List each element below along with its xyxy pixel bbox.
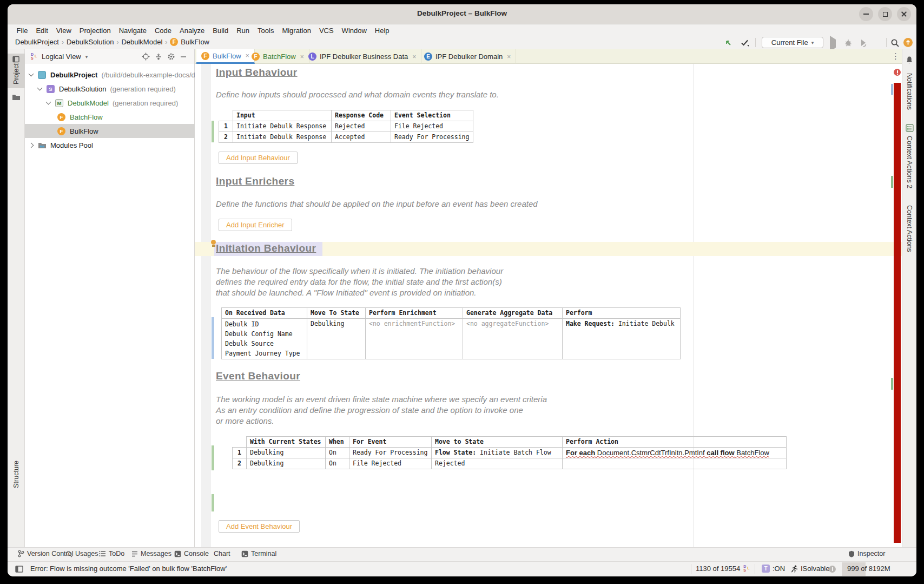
run-button[interactable]: [830, 40, 836, 48]
locate-icon[interactable]: [142, 53, 150, 61]
project-node-icon: [38, 71, 46, 79]
chevron-expanded-icon[interactable]: [29, 71, 34, 77]
tool-window-button-project[interactable]: Project: [8, 54, 25, 88]
tree-item-debulkmodel[interactable]: M DebulkModel (generation required): [25, 96, 195, 110]
search-everywhere-button[interactable]: [890, 38, 900, 48]
menu-vcs[interactable]: VCS: [315, 27, 338, 35]
menu-build[interactable]: Build: [209, 27, 233, 35]
menu-window[interactable]: Window: [338, 27, 371, 35]
minimize-button[interactable]: [859, 7, 873, 21]
tool-window-button-messages[interactable]: Messages: [131, 550, 171, 557]
menu-analyze[interactable]: Analyze: [176, 27, 209, 35]
menu-projection[interactable]: Projection: [75, 27, 115, 35]
navigation-bar: DebulkProject › DebulkSolution › DebulkM…: [8, 36, 916, 49]
column-header: Move To State: [307, 308, 366, 319]
chevron-collapsed-icon[interactable]: [29, 142, 34, 148]
section-description-line: The working model is an event driven fin…: [216, 394, 547, 405]
tab-ipf-debulker-business-data[interactable]: L IPF Debulker Business Data ×: [303, 49, 421, 64]
chevron-expanded-icon[interactable]: [37, 86, 43, 91]
error-stripe-scrollbar[interactable]: [894, 83, 901, 543]
inspector-toggle[interactable]: Inspector: [848, 550, 885, 557]
dsl-view-icon: D S L: [30, 53, 38, 61]
bell-icon[interactable]: [905, 56, 914, 64]
tree-item-debulkproject[interactable]: DebulkProject (/build/debulk-example-doc…: [25, 68, 195, 82]
column-header: Perform Action: [563, 437, 787, 448]
stripe-mark-added: [891, 378, 893, 390]
tool-window-button-context-actions[interactable]: Context Actions: [906, 205, 913, 252]
menu-navigate[interactable]: Navigate: [115, 27, 150, 35]
tool-window-button-context-actions-2[interactable]: Context Actions 2: [906, 136, 913, 188]
add-event-behaviour-button[interactable]: Add Event Behaviour: [219, 520, 300, 533]
run-configuration-select[interactable]: Current File ▾: [762, 37, 823, 48]
pause-status-icon[interactable]: [829, 566, 836, 573]
table-row: 2 Debulking On File Rejected Rejected: [233, 458, 787, 469]
inspections-profile-icon[interactable]: [740, 38, 749, 47]
hide-panel-icon[interactable]: [180, 54, 187, 60]
breadcrumb-bulkflow[interactable]: BulkFlow: [181, 38, 209, 46]
maximize-button[interactable]: [878, 7, 892, 21]
menu-help[interactable]: Help: [371, 27, 393, 35]
menu-run[interactable]: Run: [233, 27, 254, 35]
section-title-input-behaviour: Input Behaviour: [216, 67, 298, 78]
menu-migration[interactable]: Migration: [278, 27, 315, 35]
view-selector[interactable]: Logical View: [42, 53, 81, 61]
close-tab-icon[interactable]: ×: [507, 53, 511, 61]
error-count-badge[interactable]: [894, 69, 901, 76]
tree-item-debulksolution[interactable]: S DebulkSolution (generation required): [25, 82, 195, 96]
tool-window-button-console[interactable]: Console: [174, 550, 209, 557]
solvables-widget[interactable]: ISolvables: [791, 565, 833, 573]
tool-window-button-todo[interactable]: ToDo: [99, 550, 124, 557]
toolbar-separator: [886, 38, 887, 47]
hide-windows-icon[interactable]: [724, 38, 732, 47]
tool-window-button-structure[interactable]: Structure: [12, 461, 20, 488]
model-node-icon: M: [55, 99, 63, 107]
menu-view[interactable]: View: [52, 27, 75, 35]
t-mode-widget[interactable]: T :ON: [762, 565, 785, 573]
tool-window-button-notifications[interactable]: Notifications: [906, 73, 913, 110]
gear-icon[interactable]: [167, 53, 175, 61]
tool-window-quick-access-icon[interactable]: [15, 566, 23, 573]
menu-file[interactable]: File: [12, 27, 32, 35]
close-button[interactable]: [897, 7, 911, 21]
memory-indicator[interactable]: 999 of 8192M: [847, 565, 890, 573]
caret-position-widget[interactable]: 1130 of 19554 D S L: [696, 565, 751, 573]
column-header: Input: [233, 110, 332, 121]
breadcrumb-solution[interactable]: DebulkSolution: [67, 38, 114, 46]
breadcrumb-model[interactable]: DebulkModel: [121, 38, 162, 46]
tab-options-icon[interactable]: ⋮: [892, 51, 900, 61]
cell-response-code: Rejected: [332, 121, 391, 132]
debug-button[interactable]: [844, 38, 853, 47]
add-input-behaviour-button[interactable]: Add Input Behaviour: [219, 152, 298, 164]
tool-window-button-terminal[interactable]: Terminal: [241, 550, 276, 557]
menu-code[interactable]: Code: [150, 27, 175, 35]
solution-node-icon: S: [47, 85, 55, 93]
cell-when: On: [326, 448, 349, 458]
tree-item-batchflow[interactable]: F BatchFlow: [25, 110, 195, 124]
tab-batchflow[interactable]: F BatchFlow ×: [247, 49, 309, 64]
update-available-icon[interactable]: [903, 38, 913, 47]
tab-ipf-debulker-domain[interactable]: E IPF Debulker Domain ×: [419, 49, 516, 64]
tree-item-modules-pool[interactable]: Modules Pool: [25, 138, 195, 152]
row-number: 2: [219, 132, 233, 143]
inspector-icon: [848, 550, 855, 557]
tool-window-button-usages[interactable]: Usages: [65, 550, 98, 557]
menu-tools[interactable]: Tools: [254, 27, 278, 35]
folder-icon[interactable]: [12, 94, 21, 101]
context-actions-list-icon[interactable]: [906, 124, 914, 132]
cell-perform-action: For each Document.CstmrCdtTrfInitn.PmtIn…: [563, 448, 787, 458]
add-input-enricher-button[interactable]: Add Input Enricher: [219, 219, 292, 231]
column-header: With Current States: [247, 437, 326, 448]
intention-bulb-icon[interactable]: [211, 240, 216, 245]
collapse-all-icon[interactable]: [155, 53, 162, 61]
tool-window-button-version-control[interactable]: Version Control: [17, 550, 73, 557]
tab-bulkflow[interactable]: F BulkFlow ×: [196, 49, 255, 64]
breadcrumb-project[interactable]: DebulkProject: [15, 38, 59, 46]
menu-edit[interactable]: Edit: [32, 27, 52, 35]
run-with-coverage-icon[interactable]: [859, 38, 868, 47]
tree-item-bulkflow-selected[interactable]: F BulkFlow: [25, 124, 195, 138]
close-tab-icon[interactable]: ×: [412, 53, 416, 61]
document-content: Input Behaviour Define how inputs should…: [195, 64, 902, 547]
tool-window-button-chart[interactable]: Chart: [214, 550, 230, 557]
chevron-expanded-icon[interactable]: [46, 100, 51, 105]
run-configuration-label: Current File: [771, 38, 808, 47]
